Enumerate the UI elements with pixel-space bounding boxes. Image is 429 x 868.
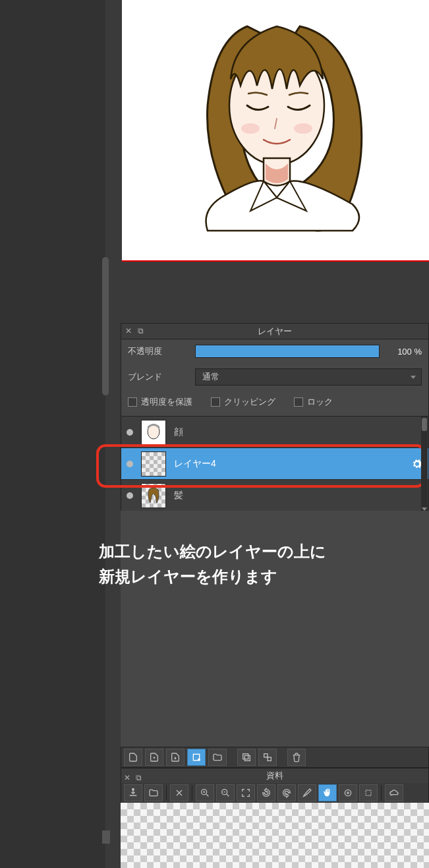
- resource-panel-title: ✕ ⧉ 資料: [121, 768, 428, 783]
- merge-layer-button[interactable]: [258, 749, 277, 766]
- left-resize-handle[interactable]: [102, 830, 110, 844]
- opacity-slider[interactable]: [195, 345, 380, 358]
- svg-point-2: [294, 123, 312, 134]
- popout-icon[interactable]: ⧉: [136, 770, 142, 785]
- lock-label: ロック: [307, 396, 333, 408]
- visibility-toggle[interactable]: [127, 429, 133, 436]
- layer-item-face[interactable]: 顔: [121, 417, 428, 448]
- instruction-text: 加工したい絵のレイヤーの上に 新規レイヤーを作ります: [99, 539, 415, 590]
- resource-panel: ✕ ⧉ 資料: [121, 768, 429, 803]
- blend-label: ブレンド: [128, 371, 187, 383]
- layer-list-scrollbar[interactable]: [421, 417, 428, 513]
- new-layer-arrow-button[interactable]: [166, 749, 185, 766]
- new-layer-plus-button[interactable]: [145, 749, 163, 766]
- layer-panel: ✕ ⧉ レイヤー 不透明度 100 % ブレンド 通常 透明度を保護 クリッピン…: [121, 323, 429, 514]
- layer-toolbar: [121, 747, 429, 768]
- lock-checkbox[interactable]: ロック: [294, 396, 333, 408]
- cloud-button[interactable]: [385, 784, 403, 801]
- download-button[interactable]: [124, 784, 142, 801]
- checkbox-icon: [294, 397, 303, 407]
- svg-point-12: [345, 790, 351, 796]
- canvas[interactable]: [122, 0, 429, 260]
- clipping-checkbox[interactable]: クリッピング: [211, 396, 275, 408]
- crop-button[interactable]: [359, 784, 378, 801]
- panel-title-text: レイヤー: [258, 326, 292, 336]
- visibility-toggle[interactable]: [127, 492, 133, 499]
- close-icon[interactable]: ✕: [124, 326, 133, 335]
- layer-list: 顔 レイヤー4 髪: [121, 416, 428, 513]
- open-folder-button[interactable]: [144, 784, 163, 801]
- new-layer-special-button[interactable]: [187, 749, 206, 766]
- svg-rect-6: [243, 754, 248, 759]
- blend-row: ブレンド 通常: [121, 363, 428, 391]
- zoom-in-button[interactable]: [196, 784, 214, 801]
- opacity-value: 100 %: [387, 347, 422, 357]
- layer-name: レイヤー4: [174, 458, 403, 470]
- resource-preview-area[interactable]: [121, 803, 429, 868]
- blend-dropdown[interactable]: 通常: [195, 368, 422, 386]
- blend-value: 通常: [202, 372, 219, 382]
- duplicate-layer-button[interactable]: [237, 749, 256, 766]
- left-sidebar: [0, 0, 105, 868]
- checkbox-icon: [128, 397, 137, 407]
- hand-tool-button[interactable]: [318, 784, 337, 801]
- opacity-row: 不透明度 100 %: [121, 339, 428, 363]
- opacity-label: 不透明度: [128, 345, 187, 357]
- svg-point-1: [241, 123, 260, 134]
- preserve-alpha-label: 透明度を保護: [141, 396, 192, 408]
- svg-point-9: [132, 788, 134, 790]
- layer-name: 顔: [174, 426, 423, 438]
- eyedropper-button[interactable]: [298, 784, 316, 801]
- svg-rect-14: [366, 790, 371, 796]
- target-button[interactable]: [339, 784, 357, 801]
- svg-rect-5: [244, 755, 250, 761]
- canvas-guide-line: [122, 260, 429, 262]
- zoom-out-button[interactable]: [216, 784, 235, 801]
- scrollbar-thumb[interactable]: [422, 418, 427, 431]
- layer-thumbnail: [141, 420, 166, 445]
- delete-layer-button[interactable]: [287, 749, 306, 766]
- preserve-alpha-checkbox[interactable]: 透明度を保護: [128, 396, 192, 408]
- fit-button[interactable]: [237, 784, 255, 801]
- left-scrollbar[interactable]: [102, 257, 109, 395]
- new-layer-button[interactable]: [124, 749, 142, 766]
- panel-title-text: 資料: [266, 770, 283, 780]
- layer-panel-title: ✕ ⧉ レイヤー: [121, 324, 428, 339]
- layer-item-hair[interactable]: 髪: [121, 480, 428, 511]
- layer-thumbnail: [141, 451, 166, 477]
- layer-name: 髪: [174, 490, 423, 502]
- visibility-toggle[interactable]: [127, 461, 133, 467]
- checkbox-icon: [211, 397, 220, 407]
- clear-button[interactable]: [170, 784, 188, 801]
- layer-thumbnail: [141, 483, 166, 508]
- svg-point-13: [347, 792, 349, 794]
- rotate-right-button[interactable]: [277, 784, 296, 801]
- new-folder-button[interactable]: [208, 749, 227, 766]
- rotate-left-button[interactable]: [257, 784, 275, 801]
- layer-item-layer4[interactable]: レイヤー4: [121, 448, 428, 480]
- resource-toolbar: [121, 783, 428, 803]
- popout-icon[interactable]: ⧉: [136, 326, 145, 335]
- layer-options-row: 透明度を保護 クリッピング ロック: [121, 391, 428, 416]
- close-icon[interactable]: ✕: [124, 770, 130, 785]
- clipping-label: クリッピング: [224, 396, 275, 408]
